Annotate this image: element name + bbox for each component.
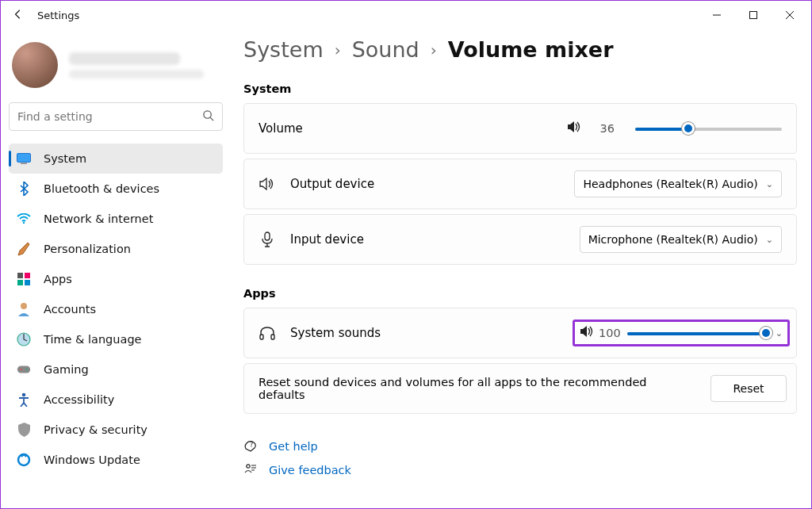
- help-icon: ?: [243, 439, 258, 454]
- breadcrumb-current: Volume mixer: [448, 37, 614, 62]
- breadcrumb: System › Sound › Volume mixer: [243, 37, 797, 62]
- nav-item-label: Privacy & security: [44, 423, 147, 436]
- system-sounds-slider[interactable]: [627, 325, 766, 341]
- gamepad-icon: [17, 362, 31, 377]
- svg-point-11: [21, 303, 27, 309]
- chevron-down-icon: ⌄: [766, 235, 773, 245]
- input-device-selected: Microphone (Realtek(R) Audio): [588, 233, 758, 246]
- speaker-icon[interactable]: [580, 325, 594, 341]
- nav-item-windows-update[interactable]: Windows Update: [9, 445, 223, 475]
- nav-item-label: Accounts: [44, 303, 96, 316]
- nav-item-personalization[interactable]: Personalization: [9, 234, 223, 264]
- volume-card: Volume 36: [243, 103, 797, 154]
- update-icon: [17, 453, 31, 467]
- get-help-link[interactable]: ? Get help: [243, 434, 797, 458]
- svg-rect-10: [25, 280, 30, 285]
- window-minimize-button[interactable]: [699, 2, 735, 28]
- output-device-dropdown[interactable]: Headphones (Realtek(R) Audio) ⌄: [574, 170, 782, 197]
- person-icon: [17, 302, 31, 316]
- reset-card: Reset sound devices and volumes for all …: [243, 363, 797, 414]
- input-device-dropdown[interactable]: Microphone (Realtek(R) Audio) ⌄: [580, 226, 782, 253]
- nav-item-privacy[interactable]: Privacy & security: [9, 415, 223, 445]
- feedback-icon: [243, 463, 258, 478]
- input-label: Input device: [290, 232, 364, 247]
- apps-icon: [17, 272, 31, 286]
- svg-rect-18: [265, 232, 270, 240]
- nav-item-apps[interactable]: Apps: [9, 264, 223, 294]
- nav-item-network[interactable]: Network & internet: [9, 204, 223, 234]
- search-icon: [202, 109, 214, 124]
- give-feedback-link[interactable]: Give feedback: [243, 458, 797, 482]
- speaker-out-icon: [259, 177, 276, 191]
- nav-item-bluetooth[interactable]: Bluetooth & devices: [9, 174, 223, 204]
- nav-item-accessibility[interactable]: Accessibility: [9, 385, 223, 415]
- app-title: Settings: [37, 10, 79, 21]
- accessibility-icon: [17, 392, 31, 407]
- bluetooth-icon: [17, 182, 31, 196]
- avatar: [12, 42, 58, 88]
- nav-item-label: Bluetooth & devices: [44, 182, 159, 195]
- system-sounds-value: 100: [599, 327, 621, 339]
- back-button[interactable]: [4, 9, 33, 22]
- volume-value: 36: [600, 122, 615, 135]
- svg-rect-1: [750, 12, 757, 19]
- svg-rect-20: [271, 335, 274, 339]
- svg-line-3: [210, 117, 213, 121]
- reset-button[interactable]: Reset: [710, 375, 787, 402]
- user-profile[interactable]: [12, 42, 220, 88]
- svg-point-22: [247, 464, 250, 467]
- svg-point-17: [18, 454, 29, 465]
- svg-rect-7: [17, 273, 23, 278]
- system-sounds-card[interactable]: System sounds 100 ⌄: [243, 308, 797, 358]
- paintbrush-icon: [17, 242, 31, 256]
- nav-item-label: Gaming: [44, 363, 89, 376]
- svg-point-14: [20, 369, 21, 370]
- chevron-down-icon[interactable]: ⌄: [776, 328, 783, 339]
- breadcrumb-system[interactable]: System: [243, 37, 324, 62]
- volume-slider[interactable]: [635, 121, 782, 136]
- svg-rect-19: [260, 335, 263, 339]
- wifi-icon: [17, 212, 31, 226]
- microphone-icon: [259, 232, 276, 247]
- svg-rect-9: [17, 280, 23, 285]
- output-device-selected: Headphones (Realtek(R) Audio): [583, 178, 757, 190]
- nav-item-accounts[interactable]: Accounts: [9, 294, 223, 324]
- breadcrumb-sound[interactable]: Sound: [352, 37, 419, 62]
- svg-rect-13: [17, 366, 30, 373]
- svg-rect-8: [25, 273, 30, 278]
- get-help-label: Get help: [269, 440, 318, 453]
- svg-point-2: [204, 110, 211, 117]
- nav-item-label: Windows Update: [44, 454, 140, 466]
- reset-description: Reset sound devices and volumes for all …: [259, 376, 696, 401]
- shield-icon: [17, 423, 31, 437]
- nav-item-system[interactable]: System: [9, 144, 223, 174]
- window-close-button[interactable]: [772, 2, 808, 28]
- volume-label: Volume: [259, 121, 303, 136]
- system-sounds-label: System sounds: [290, 326, 381, 340]
- svg-point-16: [22, 393, 26, 397]
- nav-item-label: System: [44, 152, 86, 165]
- headphones-icon: [259, 326, 276, 340]
- nav-item-label: Apps: [44, 273, 72, 285]
- give-feedback-label: Give feedback: [269, 464, 351, 476]
- globe-clock-icon: [17, 332, 31, 346]
- speaker-icon[interactable]: [567, 121, 581, 136]
- nav-item-label: Accessibility: [44, 393, 114, 406]
- section-header-apps: Apps: [243, 287, 797, 300]
- svg-text:?: ?: [250, 442, 253, 449]
- nav-item-gaming[interactable]: Gaming: [9, 354, 223, 385]
- search-box[interactable]: [9, 102, 223, 131]
- window-maximize-button[interactable]: [735, 2, 772, 28]
- user-name-block: [69, 52, 204, 78]
- nav-list: System Bluetooth & devices Network & int…: [9, 144, 223, 475]
- chevron-right-icon: ›: [335, 40, 341, 59]
- section-header-system: System: [243, 82, 797, 95]
- search-input[interactable]: [17, 110, 202, 123]
- nav-item-time-language[interactable]: Time & language: [9, 324, 223, 354]
- output-device-card: Output device Headphones (Realtek(R) Aud…: [243, 159, 797, 209]
- svg-point-15: [26, 369, 28, 370]
- svg-rect-5: [21, 163, 27, 165]
- svg-point-6: [23, 222, 25, 224]
- output-label: Output device: [290, 177, 374, 191]
- annotation-highlight: 100 ⌄: [573, 320, 790, 346]
